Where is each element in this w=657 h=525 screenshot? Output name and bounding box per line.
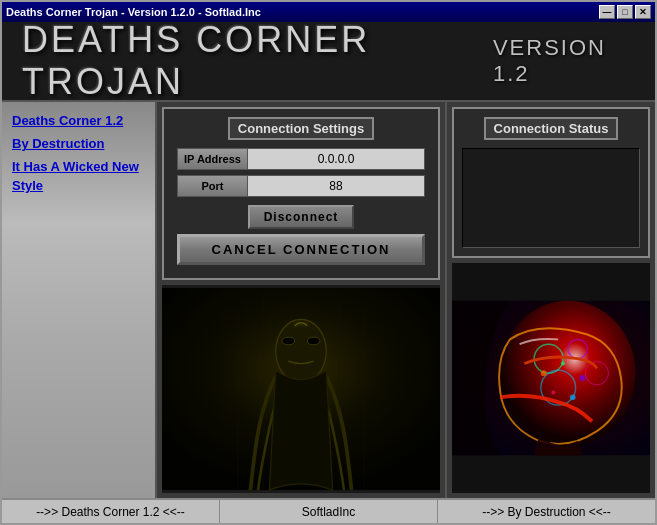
minimize-button[interactable]: — xyxy=(599,5,615,19)
status-display-area xyxy=(462,148,640,248)
app-version: VERSION 1.2 xyxy=(493,35,635,87)
svg-point-3 xyxy=(307,337,320,345)
svg-point-18 xyxy=(570,394,576,400)
right-panel: Connection Status xyxy=(445,102,655,498)
connection-settings-box: Connection Settings IP Address Port Disc… xyxy=(162,107,440,280)
sci-fi-image-area xyxy=(162,285,440,493)
connection-status-box: Connection Status xyxy=(452,107,650,258)
svg-point-16 xyxy=(579,375,585,381)
app-header: DEATHS CORNER TROJAN VERSION 1.2 xyxy=(2,22,655,102)
maximize-button[interactable]: □ xyxy=(617,5,633,19)
main-window: Deaths Corner Trojan - Version 1.2.0 - S… xyxy=(0,0,657,525)
nav-link-1[interactable]: Deaths Corner 1.2 xyxy=(12,112,145,130)
port-field-row: Port xyxy=(177,175,425,197)
title-bar-text: Deaths Corner Trojan - Version 1.2.0 - S… xyxy=(6,6,261,18)
svg-point-1 xyxy=(276,320,327,383)
cancel-connection-button[interactable]: CANCEL CONNECTION xyxy=(177,234,425,265)
helmet-image-area xyxy=(452,263,650,493)
status-bar-left[interactable]: -->> Deaths Corner 1.2 <<-- xyxy=(2,500,220,523)
status-bar-center[interactable]: SoftladInc xyxy=(220,500,438,523)
ip-label: IP Address xyxy=(177,148,247,170)
svg-point-2 xyxy=(282,337,295,345)
ip-field-row: IP Address xyxy=(177,148,425,170)
svg-point-17 xyxy=(551,391,555,395)
port-input[interactable] xyxy=(247,175,425,197)
connection-settings-title: Connection Settings xyxy=(228,117,374,140)
helmet-artwork xyxy=(452,263,650,493)
nav-link-3[interactable]: It Has A Wicked New Style xyxy=(12,158,145,194)
svg-point-15 xyxy=(561,362,565,366)
app-title: DEATHS CORNER TROJAN xyxy=(22,19,493,103)
sci-fi-artwork xyxy=(162,285,440,493)
status-bar: -->> Deaths Corner 1.2 <<-- SoftladInc -… xyxy=(2,498,655,523)
close-button[interactable]: ✕ xyxy=(635,5,651,19)
status-bar-right[interactable]: -->> By Destruction <<-- xyxy=(438,500,655,523)
ip-input[interactable] xyxy=(247,148,425,170)
main-content: Deaths Corner 1.2 By Destruction It Has … xyxy=(2,102,655,498)
disconnect-button[interactable]: Disconnect xyxy=(248,205,355,229)
port-label: Port xyxy=(177,175,247,197)
fields-section: IP Address Port xyxy=(172,148,430,197)
left-panel: Deaths Corner 1.2 By Destruction It Has … xyxy=(2,102,157,498)
center-panel: Connection Settings IP Address Port Disc… xyxy=(157,102,445,498)
svg-point-14 xyxy=(541,370,547,376)
nav-link-2[interactable]: By Destruction xyxy=(12,135,145,153)
title-bar-buttons: — □ ✕ xyxy=(599,5,651,19)
buttons-section: Disconnect CANCEL CONNECTION xyxy=(172,205,430,270)
connection-status-title: Connection Status xyxy=(484,117,619,140)
